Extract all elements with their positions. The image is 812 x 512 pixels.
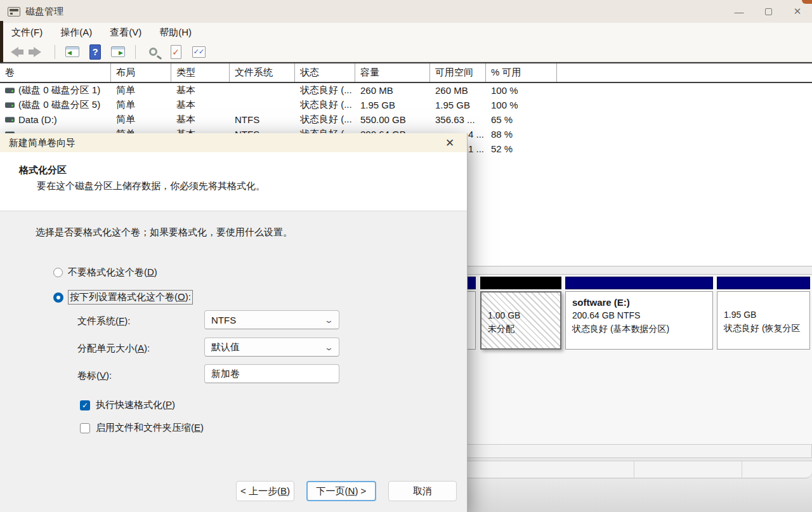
disk-block-unallocated[interactable]: 1.00 GB 未分配	[480, 277, 561, 350]
cell-layout: 简单	[111, 99, 171, 111]
back-button[interactable]: < 上一步(B)	[236, 481, 294, 501]
dialog-close-button[interactable]: ✕	[439, 134, 461, 152]
menu-item-file[interactable]: 文件(F)	[11, 27, 43, 39]
disk-block-software[interactable]: software (E:) 200.64 GB NTFS 状态良好 (基本数据分…	[565, 277, 713, 350]
volume-icon	[5, 117, 15, 122]
compression-label: 启用文件和文件夹压缩(E)	[96, 422, 204, 434]
menu-bar: 文件(F) 操作(A) 查看(V) 帮助(H)	[0, 23, 812, 42]
radio-selected-icon	[53, 292, 63, 303]
maximize-icon	[765, 8, 772, 15]
close-icon: ✕	[445, 136, 454, 150]
cell-free-space: 356.63 ...	[430, 114, 486, 125]
toolbar: ◀ ? ▶ ✓ ✓✓	[0, 42, 812, 62]
cell-capacity: 1.95 GB	[355, 100, 430, 110]
file-system-select[interactable]: NTFS ⌄	[204, 310, 339, 329]
cell-pct-free: 88 %	[486, 129, 557, 140]
menu-item-view[interactable]: 查看(V)	[110, 27, 141, 39]
cell-volume: (磁盘 0 磁盘分区 1)	[0, 84, 111, 96]
chevron-down-icon: ⌄	[324, 315, 334, 325]
forward-button[interactable]	[29, 44, 46, 60]
volume-row[interactable]: (磁盘 0 磁盘分区 1) 简单 基本 状态良好 (... 260 MB 260…	[0, 83, 812, 98]
cell-capacity: 260 MB	[355, 85, 430, 96]
radio-no-format[interactable]: 不要格式化这个卷(D)	[53, 266, 157, 279]
header-free-space[interactable]: 可用空间	[430, 63, 486, 82]
header-type[interactable]: 类型	[171, 63, 230, 82]
block-status: 未分配	[488, 322, 554, 336]
allocation-unit-label: 分配单元大小(A):	[77, 343, 150, 355]
action-pane-toggle-button[interactable]: ▶	[110, 44, 126, 60]
task-list-button[interactable]: ✓✓	[190, 44, 207, 60]
help-button[interactable]: ?	[87, 44, 103, 60]
cell-layout: 简单	[111, 84, 171, 96]
back-button[interactable]	[6, 44, 23, 60]
minimize-icon: —	[735, 6, 744, 17]
background-sliver	[802, 0, 812, 4]
chevron-down-icon: ⌄	[324, 343, 334, 352]
cell-pct-free: 100 %	[486, 100, 557, 110]
window-title: 磁盘管理	[25, 6, 63, 18]
file-system-value: NTFS	[211, 315, 236, 325]
cell-pct-free: 65 %	[486, 114, 557, 125]
volume-label-input[interactable]	[204, 364, 339, 383]
header-capacity[interactable]: 容量	[355, 63, 430, 82]
title-bar: 磁盘管理 — ✕	[0, 0, 812, 23]
console-tree-toggle-button[interactable]: ◀	[64, 44, 81, 60]
disk-block-recovery[interactable]: 1.95 GB 状态良好 (恢复分区	[717, 277, 810, 350]
help-icon: ?	[89, 44, 101, 60]
volume-icon	[5, 88, 15, 93]
toolbar-separator	[55, 45, 55, 59]
cell-pct-free: 100 %	[486, 85, 557, 96]
dialog-title: 新建简单卷向导	[9, 137, 75, 149]
header-filler	[557, 63, 812, 82]
close-icon: ✕	[794, 6, 802, 17]
compression-checkbox[interactable]: 启用文件和文件夹压缩(E)	[80, 422, 204, 434]
wizard-description: 要在这个磁盘分区上储存数据，你必须先将其格式化。	[37, 180, 265, 192]
wizard-intro-text: 选择是否要格式化这个卷；如果要格式化，要使用什么设置。	[36, 226, 292, 239]
cell-volume: Data (D:)	[0, 114, 111, 125]
block-size: 1.95 GB	[724, 308, 803, 322]
wizard-heading: 格式化分区	[19, 164, 67, 176]
volume-label-field-label: 卷标(V):	[77, 370, 112, 382]
header-volume[interactable]: 卷	[0, 63, 111, 82]
disk-properties-button[interactable]	[145, 44, 161, 60]
cell-type: 基本	[171, 84, 230, 96]
radio-no-format-label: 不要格式化这个卷(D)	[68, 266, 157, 279]
cancel-button[interactable]: 取消	[388, 481, 457, 501]
checkbox-checked-icon: ✓	[80, 400, 90, 410]
block-status: 状态良好 (基本数据分区)	[572, 322, 706, 336]
toolbar-separator	[135, 45, 136, 59]
volume-row[interactable]: Data (D:) 简单 基本 NTFS 状态良好 (... 550.00 GB…	[0, 112, 812, 127]
unallocated-color-bar	[480, 277, 561, 289]
radio-icon	[53, 268, 63, 277]
menu-item-action[interactable]: 操作(A)	[60, 27, 92, 39]
header-filesystem[interactable]: 文件系统	[230, 63, 295, 82]
check-disk-button[interactable]: ✓	[167, 44, 184, 60]
cell-filesystem: NTFS	[230, 114, 295, 125]
forward-icon	[34, 47, 41, 57]
header-pct-free[interactable]: % 可用	[486, 63, 557, 82]
maximize-button[interactable]	[754, 0, 783, 23]
volume-row[interactable]: (磁盘 0 磁盘分区 5) 简单 基本 状态良好 (... 1.95 GB 1.…	[0, 98, 812, 112]
radio-format-label: 按下列设置格式化这个卷(O):	[69, 291, 192, 304]
cell-volume: (磁盘 0 磁盘分区 5)	[0, 99, 111, 111]
allocation-unit-select[interactable]: 默认值 ⌄	[204, 338, 339, 357]
check-document-icon: ✓	[171, 45, 181, 59]
minimize-button[interactable]: —	[724, 0, 754, 23]
cell-status: 状态良好 (...	[295, 84, 355, 96]
header-layout[interactable]: 布局	[111, 63, 171, 82]
checkbox-unchecked-icon	[80, 423, 90, 433]
dialog-title-bar: 新建简单卷向导 ✕	[0, 133, 467, 152]
disk-management-app-icon	[8, 7, 20, 16]
block-size: 200.64 GB NTFS	[572, 309, 706, 322]
menu-item-help[interactable]: 帮助(H)	[159, 27, 192, 39]
cell-free-space: 1.95 GB	[430, 100, 486, 110]
cell-free-space: 260 MB	[430, 85, 486, 96]
header-status[interactable]: 状态	[295, 63, 355, 82]
status-pane	[634, 461, 742, 478]
quick-format-checkbox[interactable]: ✓ 执行快速格式化(P)	[80, 399, 175, 411]
new-simple-volume-wizard-dialog: 新建简单卷向导 ✕ 格式化分区 要在这个磁盘分区上储存数据，你必须先将其格式化。…	[0, 133, 468, 512]
next-button[interactable]: 下一页(N) >	[306, 481, 376, 501]
status-pane	[742, 461, 812, 478]
back-icon	[11, 47, 18, 57]
radio-format-with-settings[interactable]: 按下列设置格式化这个卷(O):	[53, 291, 192, 304]
